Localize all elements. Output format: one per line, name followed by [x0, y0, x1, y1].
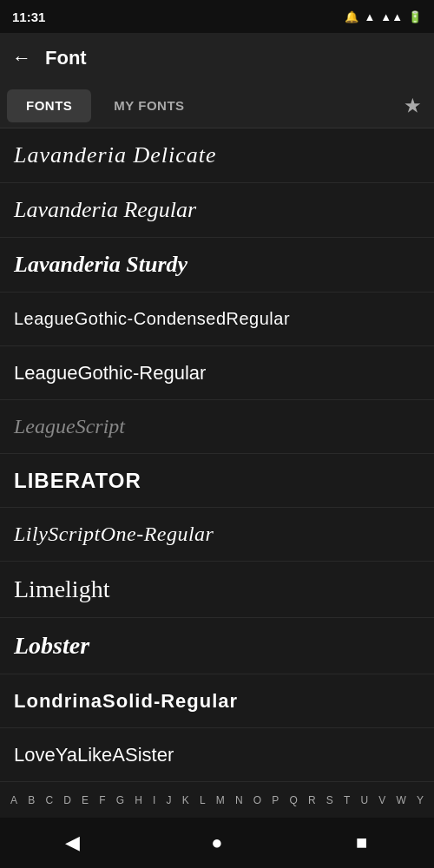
alpha-letter-f[interactable]: F [99, 794, 105, 806]
font-item-leaguegothic-regular[interactable]: LeagueGothic-Regular [0, 346, 434, 400]
alpha-letter-v[interactable]: V [378, 794, 385, 806]
alpha-letter-t[interactable]: T [344, 794, 350, 806]
alpha-letter-u[interactable]: U [360, 794, 368, 806]
alpha-letter-q[interactable]: Q [289, 794, 297, 806]
font-name-lavanderia-sturdy: Lavanderia Sturdy [14, 252, 187, 278]
font-name-limelight: Limelight [14, 575, 109, 603]
battery-icon: 🔋 [408, 10, 422, 23]
status-time: 11:31 [12, 10, 45, 24]
alpha-letter-w[interactable]: W [396, 794, 405, 806]
font-item-lobster[interactable]: Lobster [0, 618, 434, 674]
notification-icon: 🔔 [345, 10, 358, 23]
font-name-leaguegothic-condensed: LeagueGothic-CondensedRegular [14, 309, 290, 329]
alpha-letter-e[interactable]: E [82, 794, 89, 806]
alpha-letter-r[interactable]: R [308, 794, 316, 806]
font-item-loveyalikeasister[interactable]: LoveYaLikeASister [0, 728, 434, 781]
font-item-lilyscriptone[interactable]: LilyScriptOne-Regular [0, 508, 434, 562]
tab-fonts[interactable]: FONTS [7, 89, 91, 122]
status-icons: 🔔 ▲ ▲▲ 🔋 [345, 10, 422, 23]
font-item-lavanderia-delicate[interactable]: Lavanderia Delicate [0, 128, 434, 183]
alpha-letter-p[interactable]: P [272, 794, 279, 806]
font-name-londrina-solid: LondrinaSolid-Regular [14, 690, 238, 713]
font-item-londrina-solid[interactable]: LondrinaSolid-Regular [0, 674, 434, 728]
signal-icon: ▲▲ [380, 10, 403, 23]
alpha-letter-o[interactable]: O [253, 794, 261, 806]
font-item-leaguescript[interactable]: LeagueScript [0, 400, 434, 454]
font-name-leaguescript: LeagueScript [14, 415, 125, 438]
alpha-letter-j[interactable]: J [167, 794, 172, 806]
font-name-liberator: LIBERATOR [14, 469, 141, 493]
page-title: Font [45, 47, 87, 69]
font-name-lobster: Lobster [14, 632, 89, 660]
nav-back-button[interactable]: ◀ [46, 825, 98, 860]
alpha-letter-c[interactable]: C [45, 794, 53, 806]
font-list: Lavanderia DelicateLavanderia RegularLav… [0, 128, 434, 781]
alpha-letter-l[interactable]: L [200, 794, 206, 806]
alpha-letter-s[interactable]: S [326, 794, 333, 806]
nav-bar: ◀ ● ■ [0, 818, 434, 868]
alpha-letter-m[interactable]: M [216, 794, 225, 806]
header: ← Font [0, 33, 434, 83]
alpha-letter-d[interactable]: D [63, 794, 71, 806]
alpha-letter-h[interactable]: H [135, 794, 142, 806]
tab-star[interactable]: ★ [404, 83, 421, 128]
back-button[interactable]: ← [12, 47, 31, 69]
alpha-letter-a[interactable]: A [10, 794, 17, 806]
font-item-limelight[interactable]: Limelight [0, 562, 434, 618]
font-name-leaguegothic-regular: LeagueGothic-Regular [14, 362, 206, 385]
font-name-lavanderia-regular: Lavanderia Regular [14, 197, 196, 223]
font-name-lilyscriptone: LilyScriptOne-Regular [14, 523, 214, 546]
tab-bar: FONTS MY FONTS ★ [0, 83, 434, 128]
nav-home-button[interactable]: ● [191, 825, 243, 860]
font-item-leaguegothic-condensed[interactable]: LeagueGothic-CondensedRegular [0, 293, 434, 346]
font-name-lavanderia-delicate: Lavanderia Delicate [14, 142, 216, 168]
font-name-loveyalikeasister: LoveYaLikeASister [14, 744, 174, 766]
alpha-letter-i[interactable]: I [153, 794, 155, 806]
alpha-letter-g[interactable]: G [116, 794, 124, 806]
nav-square-button[interactable]: ■ [336, 825, 388, 860]
alpha-letter-b[interactable]: B [28, 794, 35, 806]
alphabet-bar: ABCDEFGHIJKLMNOPQRSTUVWY [0, 781, 434, 818]
tab-myfonts[interactable]: MY FONTS [98, 83, 200, 128]
font-item-lavanderia-sturdy[interactable]: Lavanderia Sturdy [0, 238, 434, 293]
font-item-lavanderia-regular[interactable]: Lavanderia Regular [0, 183, 434, 238]
alpha-letter-n[interactable]: N [235, 794, 243, 806]
font-item-liberator[interactable]: LIBERATOR [0, 454, 434, 508]
wifi-icon: ▲ [364, 10, 375, 23]
alpha-letter-k[interactable]: K [182, 794, 189, 806]
alpha-letter-y[interactable]: Y [417, 794, 424, 806]
status-bar: 11:31 🔔 ▲ ▲▲ 🔋 [0, 0, 434, 33]
